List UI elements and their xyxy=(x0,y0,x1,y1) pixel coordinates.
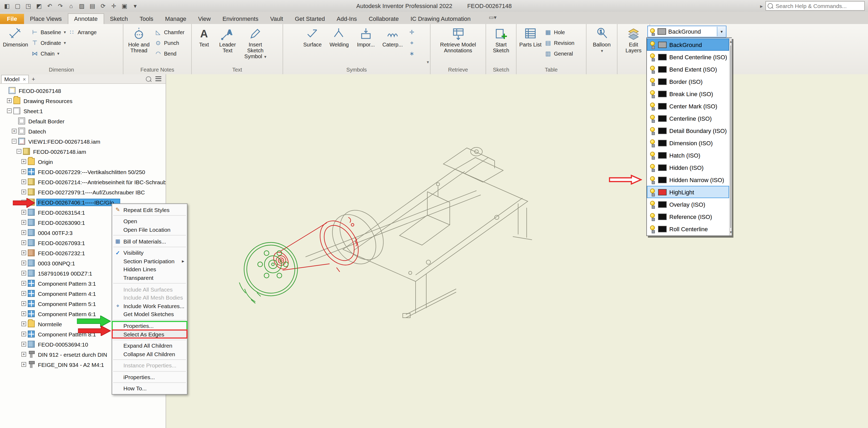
combo-dropdown-button[interactable]: ▾ xyxy=(717,27,726,36)
tree-expander-icon[interactable]: + xyxy=(21,230,26,235)
help-search-box[interactable] xyxy=(766,1,865,11)
symbols-group-label[interactable]: Symbols xyxy=(283,66,430,74)
feature-note-row-button[interactable]: ◺ Chamfer xyxy=(154,28,185,36)
layer-visibility-bulb-icon[interactable] xyxy=(650,54,655,60)
layer-list-item[interactable]: HighLight xyxy=(647,186,729,198)
layer-style-combo[interactable]: BackGround ▾ xyxy=(647,26,726,37)
context-menu-item[interactable]: Instance Properties... xyxy=(112,361,187,369)
tree-item[interactable]: Default Border xyxy=(0,116,165,126)
inventor-logo-icon[interactable]: ◧ xyxy=(2,2,12,10)
tree-expander-icon[interactable]: − xyxy=(7,108,12,113)
text-group-label[interactable]: Text xyxy=(192,66,283,74)
context-menu-item[interactable]: Include All Mesh Bodies xyxy=(112,293,187,302)
tree-expander-icon[interactable]: + xyxy=(21,322,26,326)
hole-and-thread-button[interactable]: Hole and Thread xyxy=(126,26,152,66)
table-row-button[interactable]: ▥ General xyxy=(544,50,575,57)
retrieve-group-label[interactable]: Retrieve xyxy=(431,66,486,74)
context-menu-item[interactable]: ⌖ Include Work Features... xyxy=(112,302,187,310)
context-menu-item[interactable]: ▦ Bill of Materials... xyxy=(112,237,187,245)
context-menu-item[interactable]: Open xyxy=(112,217,187,225)
context-menu-item[interactable] xyxy=(113,247,186,247)
ribbon-display-toggle-icon[interactable]: ▭▾ xyxy=(489,14,496,23)
retrieve-model-annotations-button[interactable]: Retrieve Model Annotations xyxy=(439,26,477,66)
ribbon-tab[interactable]: Get Started xyxy=(289,14,331,24)
print-icon[interactable]: ▤ xyxy=(88,2,97,10)
layer-visibility-bulb-icon[interactable] xyxy=(650,66,655,73)
context-menu-item[interactable]: Expand All Children xyxy=(112,341,187,350)
context-menu-item[interactable] xyxy=(113,382,186,383)
tree-item[interactable]: + FEOD-00272979:1----Auf/Zuschrauber IBC xyxy=(0,187,165,197)
tree-expander-icon[interactable]: + xyxy=(21,159,26,164)
table-row-button[interactable]: ▦ Hole xyxy=(544,28,575,36)
layer-list-item[interactable]: Center Mark (ISO) xyxy=(647,100,729,112)
layer-visibility-bulb-icon[interactable] xyxy=(650,164,655,171)
context-menu-item[interactable] xyxy=(113,371,186,371)
ribbon-tab[interactable]: IC Drawing Automation xyxy=(405,14,476,24)
layer-list-item[interactable]: Roll Centerline xyxy=(647,223,729,235)
table-group-label[interactable]: Table xyxy=(517,66,586,74)
symbols-overflow-icon[interactable]: ▾ xyxy=(427,60,429,65)
layer-visibility-bulb-icon[interactable] xyxy=(650,127,655,134)
tree-expander-icon[interactable]: + xyxy=(21,281,26,286)
search-input[interactable] xyxy=(775,2,863,10)
symbol-datum-icon[interactable]: ✛ xyxy=(407,28,416,37)
ribbon-tab[interactable]: Tools xyxy=(134,14,159,24)
layer-list-item[interactable]: Border (ISO) xyxy=(647,75,729,88)
context-menu-item[interactable]: Transparent xyxy=(112,273,187,282)
tree-item[interactable]: − FEOD-00267148.iam xyxy=(0,146,165,157)
layer-visibility-bulb-icon[interactable] xyxy=(650,78,655,85)
tree-expander-icon[interactable]: + xyxy=(21,362,26,367)
ribbon-tab[interactable]: Place Views xyxy=(24,14,68,24)
start-sketch-button[interactable]: Start Sketch xyxy=(489,26,513,66)
tree-expander-icon[interactable]: + xyxy=(21,342,26,347)
context-menu-item[interactable]: Select As Edges xyxy=(112,330,187,338)
parts-list-button[interactable]: Parts List xyxy=(519,26,542,66)
tree-expander-icon[interactable]: + xyxy=(21,352,26,357)
measure-icon[interactable]: ✛ xyxy=(109,2,119,10)
tree-item[interactable]: + FEOD-00267229:---Vertikalschlitten 50/… xyxy=(0,167,165,177)
dimension-row-button[interactable]: ⊢ Baseline ▾ xyxy=(31,28,66,36)
qat-overflow-icon[interactable]: ▾ xyxy=(130,2,140,10)
home-icon[interactable]: ⌂ xyxy=(66,2,76,10)
context-menu-item[interactable]: Section Participation xyxy=(112,257,187,265)
undo-icon[interactable]: ↶ xyxy=(45,2,55,10)
feature-note-row-button[interactable]: ⊙ Punch xyxy=(154,39,185,46)
tree-expander-icon[interactable]: + xyxy=(21,179,26,184)
dropdown-scrollbar[interactable]: ▴ ▾ xyxy=(729,38,732,235)
layer-visibility-bulb-icon[interactable] xyxy=(650,176,655,183)
dimension-row-button[interactable]: ⊤ Ordinate ▾ xyxy=(31,39,66,46)
context-menu-item[interactable]: Include All Surfaces xyxy=(112,285,187,293)
context-menu-item[interactable]: How To... xyxy=(112,384,187,393)
tree-expander-icon[interactable]: + xyxy=(21,301,26,306)
context-menu-item[interactable]: Get Model Sketches xyxy=(112,310,187,318)
tree-expander-icon[interactable]: + xyxy=(21,169,26,174)
context-menu-item[interactable]: Properties... xyxy=(112,322,187,330)
context-menu-item[interactable] xyxy=(113,283,186,284)
layer-visibility-bulb-icon[interactable] xyxy=(650,152,655,159)
browser-menu-icon[interactable] xyxy=(155,76,161,81)
save-icon[interactable]: ◩ xyxy=(34,2,44,10)
tree-expander-icon[interactable]: + xyxy=(21,311,26,316)
surface-symbol-button[interactable]: Surface xyxy=(300,26,325,66)
context-menu-item[interactable]: iProperties... xyxy=(112,373,187,381)
context-menu-item[interactable] xyxy=(113,340,186,340)
dimension-group-label[interactable]: Dimension xyxy=(0,66,123,74)
ribbon-tab[interactable]: Environments xyxy=(217,14,265,24)
layer-visibility-bulb-icon[interactable] xyxy=(650,41,655,48)
symbol-feature-icon[interactable]: ∗ xyxy=(407,49,416,58)
text-button[interactable]: A Text xyxy=(194,26,214,66)
ribbon-tab[interactable]: Vault xyxy=(264,14,289,24)
layer-visibility-bulb-icon[interactable] xyxy=(650,201,655,208)
add-browser-tab-button[interactable]: + xyxy=(29,75,38,82)
ribbon-tab[interactable]: Annotate xyxy=(68,13,104,24)
layer-visibility-bulb-icon[interactable] xyxy=(650,115,655,122)
new-file-icon[interactable]: ▢ xyxy=(13,2,23,10)
insert-sketch-symbol-button[interactable]: Insert Sketch Symbol ▾ xyxy=(241,26,270,66)
tree-expander-icon[interactable]: + xyxy=(21,220,26,225)
layer-list-item[interactable]: Break Line (ISO) xyxy=(647,88,729,100)
browser-search-icon[interactable] xyxy=(146,76,151,81)
context-menu-item[interactable] xyxy=(113,215,186,216)
materials-icon[interactable]: ▨ xyxy=(77,2,87,10)
layer-list-item[interactable]: Overlay (ISO) xyxy=(647,198,729,210)
tree-item[interactable]: + Drawing Resources xyxy=(0,96,165,106)
